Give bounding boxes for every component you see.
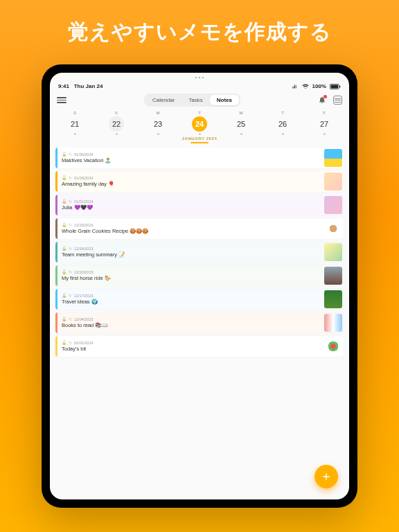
add-note-button[interactable] bbox=[314, 465, 338, 488]
note-date: 01/06/2024 bbox=[74, 152, 94, 157]
note-thumbnail bbox=[324, 267, 342, 285]
day-dot bbox=[323, 133, 326, 135]
month-underline bbox=[190, 142, 209, 143]
note-thumbnail bbox=[324, 337, 342, 355]
note-thumbnail bbox=[324, 243, 342, 261]
repeat-icon: ↻ bbox=[69, 246, 72, 251]
status-time: 9:41 bbox=[58, 83, 69, 89]
lock-icon: 🔓 bbox=[62, 175, 66, 180]
note-meta: 🔓↻01/01/2024 bbox=[62, 340, 319, 345]
note-title: Travel ideas 🌍 bbox=[62, 299, 319, 305]
day-24[interactable]: T24 bbox=[188, 111, 211, 135]
note-item[interactable]: 🔓↻01/06/2024Maldives Vacation 🏝️ bbox=[55, 148, 344, 168]
note-body: 🔓↻01/06/2024Maldives Vacation 🏝️ bbox=[57, 148, 323, 168]
status-date: Thu Jan 24 bbox=[74, 83, 103, 89]
lock-icon: 🔓 bbox=[62, 317, 66, 321]
note-date: 12/17/2023 bbox=[74, 294, 94, 298]
weekday-label: M bbox=[147, 111, 169, 115]
note-item[interactable]: 🔓↻12/04/2023Books to read 📚📖 bbox=[55, 312, 344, 333]
note-meta: 🔓↻12/04/2023 bbox=[62, 317, 319, 321]
wifi-icon bbox=[302, 84, 309, 89]
week-bar: S21S22M23T24W25T26F27 bbox=[50, 109, 349, 135]
note-item[interactable]: 🔓↻12/29/2023Whole Grain Cookies Recipe 🍪… bbox=[55, 218, 344, 239]
weekday-label: T bbox=[272, 111, 294, 115]
note-item[interactable]: 🔓↻12/24/2023Team meeting summary 📝 bbox=[55, 242, 344, 263]
weekday-label: T bbox=[188, 111, 211, 115]
note-item[interactable]: 🔓↻01/01/2024Julia 💜🖤💜 bbox=[55, 195, 344, 215]
note-thumbnail bbox=[324, 149, 342, 167]
plus-icon bbox=[321, 471, 332, 482]
day-25[interactable]: W25 bbox=[230, 111, 252, 135]
lock-icon: 🔓 bbox=[62, 152, 66, 157]
lock-icon: 🔓 bbox=[62, 269, 66, 274]
note-date: 12/20/2023 bbox=[74, 270, 94, 274]
tab-calendar[interactable]: Calendar bbox=[145, 95, 181, 105]
day-number: 27 bbox=[317, 116, 332, 132]
note-title: Maldives Vacation 🏝️ bbox=[62, 157, 319, 163]
note-body: 🔓↻01/01/2024Julia 💜🖤💜 bbox=[57, 195, 323, 215]
note-meta: 🔓↻01/06/2024 bbox=[62, 152, 319, 157]
note-title: Julia 💜🖤💜 bbox=[62, 204, 319, 211]
lock-icon: 🔓 bbox=[62, 246, 66, 251]
day-26[interactable]: T26 bbox=[272, 111, 294, 135]
tab-tasks[interactable]: Tasks bbox=[181, 95, 209, 105]
status-right: 100% bbox=[292, 83, 341, 89]
note-body: 🔓↻12/04/2023Books to read 📚📖 bbox=[57, 312, 323, 333]
note-item[interactable]: 🔓↻01/01/2024Today's bit bbox=[55, 336, 344, 357]
lock-icon: 🔓 bbox=[62, 222, 66, 227]
status-bar: 9:41 Thu Jan 24 100% bbox=[50, 80, 349, 89]
day-23[interactable]: M23 bbox=[147, 111, 169, 135]
weekday-label: S bbox=[105, 111, 127, 115]
weekday-label: F bbox=[313, 111, 335, 115]
note-title: Team meeting summary 📝 bbox=[62, 251, 319, 258]
day-dot bbox=[116, 133, 118, 135]
svg-rect-2 bbox=[339, 85, 340, 87]
day-dot bbox=[240, 133, 242, 135]
note-body: 🔓↻01/01/2024Today's bit bbox=[57, 336, 323, 357]
note-title: Books to read 📚📖 bbox=[62, 322, 319, 328]
note-item[interactable]: 🔓↻12/17/2023Travel ideas 🌍 bbox=[55, 289, 344, 310]
note-title: My first horse ride 🐎 bbox=[62, 275, 319, 281]
day-number: 22 bbox=[109, 116, 124, 132]
note-body: 🔓↻01/03/2024Amazing family day 🎈 bbox=[57, 171, 323, 192]
note-thumbnail bbox=[324, 220, 342, 238]
day-22[interactable]: S22 bbox=[105, 111, 127, 135]
repeat-icon: ↻ bbox=[69, 152, 72, 157]
day-dot bbox=[157, 133, 159, 135]
note-thumbnail bbox=[324, 172, 342, 190]
weekday-label: W bbox=[230, 111, 252, 115]
note-date: 01/01/2024 bbox=[74, 200, 94, 204]
note-body: 🔓↻12/17/2023Travel ideas 🌍 bbox=[57, 289, 323, 310]
note-item[interactable]: 🔓↻01/03/2024Amazing family day 🎈 bbox=[55, 171, 344, 192]
svg-rect-1 bbox=[331, 85, 338, 88]
layout-toggle-button[interactable] bbox=[333, 96, 342, 105]
chin-dots: • • • bbox=[50, 73, 349, 80]
day-number: 21 bbox=[67, 116, 82, 132]
note-title: Amazing family day 🎈 bbox=[62, 181, 319, 187]
note-date: 01/03/2024 bbox=[74, 176, 94, 180]
note-thumbnail bbox=[324, 314, 342, 332]
note-meta: 🔓↻12/24/2023 bbox=[62, 246, 319, 251]
day-number: 23 bbox=[150, 116, 166, 132]
battery-pct: 100% bbox=[312, 83, 326, 89]
month-label: JANUARY 2024 bbox=[50, 136, 349, 141]
note-meta: 🔓↻12/17/2023 bbox=[62, 293, 319, 298]
notifications-button[interactable] bbox=[318, 96, 326, 105]
tab-notes[interactable]: Notes bbox=[210, 95, 239, 105]
note-date: 12/29/2023 bbox=[74, 223, 94, 227]
menu-button[interactable] bbox=[57, 97, 66, 103]
notes-list: 🔓↻01/06/2024Maldives Vacation 🏝️🔓↻01/03/… bbox=[50, 148, 349, 499]
note-meta: 🔓↻12/29/2023 bbox=[62, 222, 319, 227]
view-segmented-control[interactable]: CalendarTasksNotes bbox=[144, 94, 240, 107]
signal-icon bbox=[292, 84, 299, 89]
note-item[interactable]: 🔓↻12/20/2023My first horse ride 🐎 bbox=[55, 265, 344, 286]
note-date: 12/24/2023 bbox=[74, 247, 94, 251]
repeat-icon: ↻ bbox=[69, 293, 72, 298]
weekday-label: S bbox=[64, 111, 86, 115]
day-21[interactable]: S21 bbox=[64, 111, 86, 135]
note-body: 🔓↻12/20/2023My first horse ride 🐎 bbox=[57, 265, 323, 286]
day-27[interactable]: F27 bbox=[313, 111, 335, 135]
lock-icon: 🔓 bbox=[62, 293, 66, 298]
day-dot bbox=[74, 133, 76, 135]
repeat-icon: ↻ bbox=[69, 317, 72, 321]
